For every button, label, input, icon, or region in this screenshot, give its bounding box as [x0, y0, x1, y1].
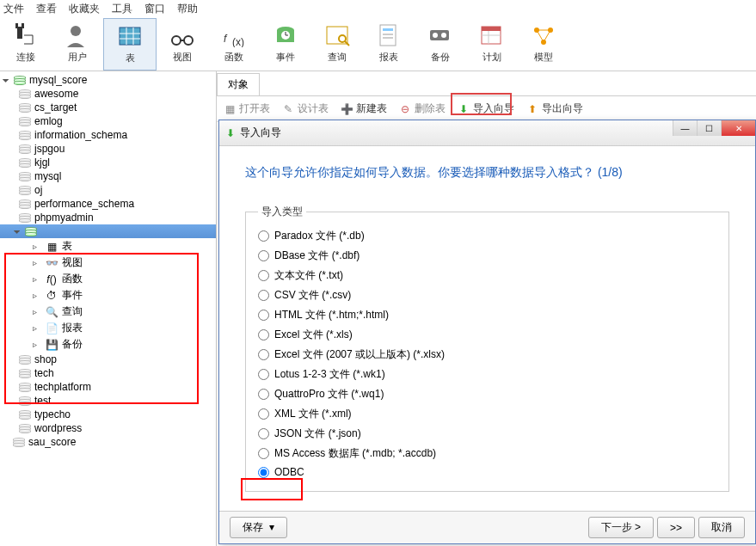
toolbar-报表[interactable]: 报表 — [363, 18, 415, 71]
tree-db-mysql[interactable]: mysql — [0, 169, 216, 183]
import-opt-9[interactable]: XML 文件 (*.xml) — [258, 404, 716, 424]
delete-table-button[interactable]: ⊖删除表 — [399, 101, 446, 116]
tree-db-test[interactable]: test — [0, 394, 216, 408]
menu-窗口[interactable]: 窗口 — [144, 2, 165, 16]
import-wizard-button[interactable]: ⬇导入向导 — [458, 101, 514, 116]
menu-收藏夹[interactable]: 收藏夹 — [69, 2, 100, 16]
cancel-button[interactable]: 取消 — [698, 517, 745, 538]
radio-label: HTML 文件 (*.htm;*.html) — [274, 308, 389, 322]
tree-db-information_schema[interactable]: information_schema — [0, 128, 216, 142]
import-opt-6[interactable]: Excel 文件 (2007 或以上版本) (*.xlsx) — [258, 345, 716, 365]
table-icon — [116, 22, 144, 50]
radio-10[interactable] — [258, 428, 269, 439]
tree-db-oj[interactable]: oj — [0, 183, 216, 197]
menu-帮助[interactable]: 帮助 — [177, 2, 198, 16]
import-opt-11[interactable]: MS Access 数据库 (*.mdb; *.accdb) — [258, 444, 716, 463]
radio-7[interactable] — [258, 369, 269, 380]
database-icon — [19, 158, 31, 168]
import-opt-4[interactable]: HTML 文件 (*.htm;*.html) — [258, 305, 716, 325]
design-table-button[interactable]: ✎设计表 — [282, 101, 329, 116]
tree-connection[interactable]: ⏷mysql_score — [0, 73, 216, 87]
tree-db-wordpress[interactable]: wordpress — [0, 421, 216, 435]
radio-1[interactable] — [258, 250, 269, 261]
toolbar-视图[interactable]: 视图 — [157, 18, 208, 71]
tree-db-performance_schema[interactable]: performance_schema — [0, 197, 216, 211]
toolbar-计划[interactable]: 计划 — [466, 18, 518, 71]
event-icon — [272, 21, 299, 49]
import-opt-3[interactable]: CSV 文件 (*.csv) — [258, 285, 716, 305]
radio-2[interactable] — [258, 270, 269, 281]
menu-工具[interactable]: 工具 — [112, 2, 132, 16]
toolbar-备份[interactable]: 备份 — [415, 18, 466, 71]
close-button[interactable]: ✕ — [721, 120, 755, 136]
import-opt-2[interactable]: 文本文件 (*.txt) — [258, 266, 716, 285]
import-type-group: 导入类型 Paradox 文件 (*.db)DBase 文件 (*.dbf)文本… — [245, 205, 729, 492]
toolbar-函数[interactable]: f(x)函数 — [208, 18, 260, 71]
tree-child-查询[interactable]: ▹🔍查询 — [0, 304, 216, 320]
tree-db-emlog[interactable]: emlog — [0, 114, 216, 128]
import-opt-10[interactable]: JSON 文件 (*.json) — [258, 424, 716, 444]
import-opt-12[interactable]: ODBC — [258, 463, 716, 481]
toolbar-模型[interactable]: 模型 — [518, 18, 569, 71]
toolbar-事件[interactable]: 事件 — [260, 18, 311, 71]
tree-db-phpmyadmin[interactable]: phpmyadmin — [0, 211, 216, 224]
user-icon — [64, 21, 91, 49]
next-button[interactable]: 下一步 > — [588, 517, 654, 538]
save-button[interactable]: 保存 ▾ — [230, 517, 287, 538]
tree-db-awesome[interactable]: awesome — [0, 87, 216, 101]
radio-6[interactable] — [258, 349, 269, 360]
table-actions-bar: ▦打开表 ✎设计表 ➕新建表 ⊖删除表 ⬇导入向导 ⬆导出向导 — [217, 96, 756, 122]
import-opt-0[interactable]: Paradox 文件 (*.db) — [258, 226, 716, 246]
maximize-button[interactable]: ☐ — [697, 120, 721, 136]
tree-db-kjgl[interactable]: kjgl — [0, 156, 216, 169]
tab-objects[interactable]: 对象 — [217, 73, 260, 95]
tree-db-shop[interactable]: shop — [0, 353, 216, 366]
svg-rect-25 — [383, 37, 393, 39]
svg-rect-30 — [482, 27, 501, 31]
tree-child-表[interactable]: ▹▦表 — [0, 238, 216, 255]
open-table-button[interactable]: ▦打开表 — [224, 101, 270, 116]
svg-point-27 — [433, 33, 438, 38]
database-icon — [19, 103, 31, 113]
fx-icon: f(x) — [220, 21, 248, 49]
database-icon — [19, 89, 31, 99]
radio-4[interactable] — [258, 310, 269, 321]
radio-11[interactable] — [258, 448, 269, 459]
tree-child-视图[interactable]: ▹👓视图 — [0, 255, 216, 271]
radio-9[interactable] — [258, 408, 269, 420]
tree-db-cs_target[interactable]: cs_target — [0, 101, 216, 114]
tree-db-tech[interactable]: tech — [0, 366, 216, 380]
tree-child-事件[interactable]: ▹⏱事件 — [0, 287, 216, 304]
toolbar-用户[interactable]: 用户 — [52, 18, 103, 71]
tree-db-selected[interactable]: ⏷ — [0, 224, 216, 238]
export-wizard-button[interactable]: ⬆导出向导 — [526, 101, 583, 116]
tree-child-备份[interactable]: ▹💾备份 — [0, 336, 216, 353]
tree-db-typecho[interactable]: typecho — [0, 408, 216, 421]
tree-connection-2[interactable]: sau_score — [0, 435, 216, 449]
import-opt-7[interactable]: Lotus 1-2-3 文件 (*.wk1) — [258, 365, 716, 384]
tree-db-jspgou[interactable]: jspgou — [0, 142, 216, 156]
menu-文件[interactable]: 文件 — [3, 2, 24, 16]
report-icon: 📄 — [45, 323, 58, 334]
radio-12[interactable] — [258, 467, 269, 478]
svg-rect-1 — [15, 23, 18, 28]
minimize-button[interactable]: — — [673, 120, 697, 136]
toolbar-连接[interactable]: 连接 — [0, 18, 52, 71]
menu-查看[interactable]: 查看 — [36, 2, 57, 16]
import-opt-8[interactable]: QuattroPro 文件 (*.wq1) — [258, 384, 716, 404]
radio-0[interactable] — [258, 230, 269, 242]
import-opt-5[interactable]: Excel 文件 (*.xls) — [258, 325, 716, 345]
new-table-button[interactable]: ➕新建表 — [341, 101, 387, 116]
import-opt-1[interactable]: DBase 文件 (*.dbf) — [258, 246, 716, 266]
tree-child-报表[interactable]: ▹📄报表 — [0, 320, 216, 336]
toolbar-查询[interactable]: 查询 — [311, 18, 363, 71]
radio-5[interactable] — [258, 329, 269, 340]
toolbar-表[interactable]: 表 — [103, 18, 157, 71]
plus-icon: ➕ — [341, 103, 353, 115]
tree-child-函数[interactable]: ▹f()函数 — [0, 271, 216, 287]
radio-3[interactable] — [258, 290, 269, 301]
last-button[interactable]: >> — [657, 517, 695, 538]
radio-8[interactable] — [258, 389, 269, 400]
tree-db-techplatform[interactable]: techplatform — [0, 380, 216, 394]
fx-icon: f() — [45, 274, 58, 285]
